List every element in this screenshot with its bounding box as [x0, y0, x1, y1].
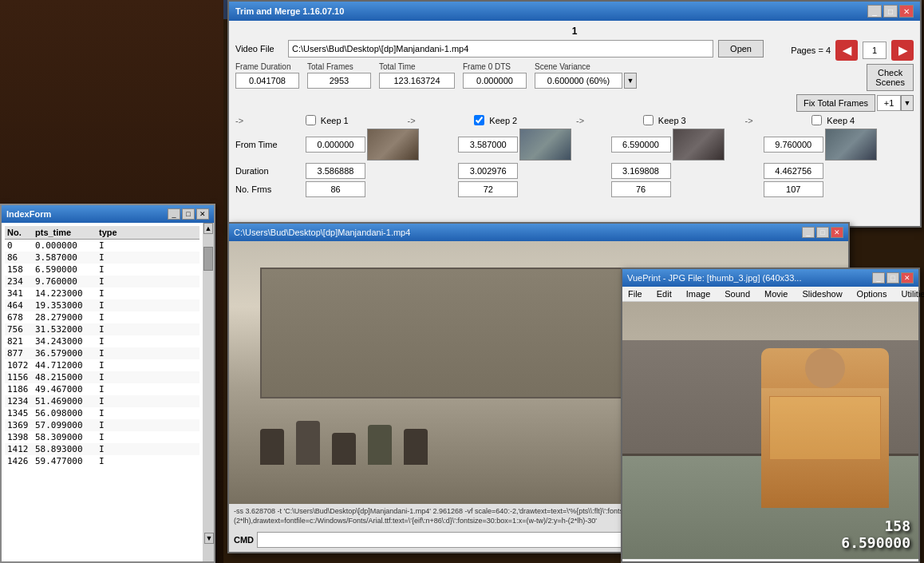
keep2-checkbox[interactable]	[474, 115, 484, 125]
section3-from-time-cell	[611, 129, 761, 161]
open-button[interactable]: Open	[718, 40, 764, 57]
fix-total-frames-button[interactable]: Fix Total Frames	[796, 94, 875, 112]
table-row[interactable]: 1186 49.467000 I	[5, 383, 199, 395]
menu-options[interactable]: Options	[855, 288, 890, 299]
arrow-1: ->	[408, 116, 416, 125]
row-type: I	[97, 348, 128, 359]
section4-duration-cell	[764, 163, 914, 179]
table-row[interactable]: 0 0.000000 I	[5, 240, 199, 252]
next-page-button[interactable]: ▶	[891, 40, 914, 61]
menu-file[interactable]: File	[626, 288, 645, 299]
close-button[interactable]: ✕	[196, 208, 209, 220]
menu-edit[interactable]: Edit	[654, 288, 674, 299]
table-row[interactable]: 1398 58.309000 I	[5, 431, 199, 443]
table-row[interactable]: 1072 44.712000 I	[5, 359, 199, 371]
video-preview-minimize[interactable]: _	[802, 227, 815, 238]
keep-section-1: Keep 1	[247, 115, 407, 125]
vueprint-minimize[interactable]: _	[872, 272, 885, 283]
frame0-dts-input[interactable]	[463, 73, 527, 89]
keep3-checkbox[interactable]	[643, 115, 654, 125]
prev-page-button[interactable]: ◀	[835, 40, 858, 61]
table-row[interactable]: 1345 56.098000 I	[5, 407, 199, 419]
row-no: 1426	[5, 456, 33, 466]
section1-nofrms[interactable]	[306, 181, 365, 197]
scroll-thumb[interactable]	[203, 247, 213, 271]
video-preview-title: C:\Users\Bud\Desktop\[dp]Manjandani-1.mp…	[234, 228, 410, 237]
section2-nofrms[interactable]	[458, 181, 518, 197]
section3-nofrms[interactable]	[611, 181, 671, 197]
table-row[interactable]: 1234 51.469000 I	[5, 395, 199, 407]
section2-duration[interactable]	[458, 163, 518, 179]
section3-from-time[interactable]	[611, 137, 671, 153]
maximize-button[interactable]: □	[182, 208, 195, 220]
row-no: 158	[5, 264, 33, 275]
plus1-input[interactable]	[877, 95, 901, 111]
vueprint-close[interactable]: ✕	[901, 272, 914, 283]
video-preview-close[interactable]: ✕	[831, 227, 843, 238]
section2-from-time[interactable]	[458, 137, 518, 153]
frame-duration-label: Frame Duration	[235, 62, 299, 71]
trim-merge-minimize[interactable]: _	[867, 5, 882, 18]
scroll-down-button[interactable]: ▼	[204, 533, 214, 544]
check-scenes-button[interactable]: Check Scenes	[867, 64, 914, 91]
figure-body	[761, 388, 889, 508]
frame0-dts-group: Frame 0 DTS	[463, 62, 527, 89]
menu-slideshow[interactable]: Slideshow	[800, 288, 844, 299]
table-row[interactable]: 341 14.223000 I	[5, 287, 199, 299]
scroll-up-button[interactable]: ▲	[203, 223, 213, 234]
menu-utilities[interactable]: Utilities	[899, 288, 925, 299]
minimize-button[interactable]: _	[168, 208, 180, 220]
plus1-dropdown[interactable]: ▼	[901, 95, 914, 111]
page-number-input[interactable]	[863, 42, 886, 59]
table-row[interactable]: 678 28.279000 I	[5, 311, 199, 323]
scrollbar[interactable]: ▲ ▼	[203, 223, 214, 561]
table-row[interactable]: 1369 57.099000 I	[5, 419, 199, 431]
section1-from-time[interactable]	[306, 137, 365, 153]
index-form-window-controls: _ □ ✕	[168, 208, 209, 220]
table-row[interactable]: 1156 48.215000 I	[5, 371, 199, 383]
keep4-checkbox[interactable]	[811, 115, 822, 125]
section1-duration[interactable]	[306, 163, 365, 179]
trim-merge-close[interactable]: ✕	[899, 5, 914, 18]
table-row[interactable]: 234 9.760000 I	[5, 276, 199, 287]
scene-variance-label: Scene Variance	[535, 62, 637, 71]
vueprint-maximize[interactable]: □	[886, 272, 899, 283]
table-row[interactable]: 756 31.532000 I	[5, 323, 199, 335]
keep4-label: Keep 4	[827, 116, 855, 125]
total-time-input[interactable]	[379, 73, 455, 89]
menu-image[interactable]: Image	[684, 288, 713, 299]
table-row[interactable]: 821 34.243000 I	[5, 335, 199, 347]
section4-from-time[interactable]	[764, 137, 823, 153]
row-no: 1412	[5, 444, 33, 454]
scene-variance-input[interactable]	[535, 73, 622, 89]
plus1-group: ▼	[877, 95, 914, 111]
video-file-input[interactable]	[288, 40, 713, 57]
menu-sound[interactable]: Sound	[722, 288, 752, 299]
table-row[interactable]: 1426 59.477000 I	[5, 455, 199, 467]
table-row[interactable]: 86 3.587000 I	[5, 252, 199, 264]
section4-duration[interactable]	[764, 163, 823, 179]
frame0-dts-label: Frame 0 DTS	[463, 62, 527, 71]
trim-merge-maximize[interactable]: □	[883, 5, 898, 18]
row-pts: 0.000000	[33, 240, 97, 251]
row-pts: 6.590000	[33, 264, 97, 275]
scene-variance-dropdown[interactable]: ▼	[624, 73, 637, 89]
table-row[interactable]: 464 19.353000 I	[5, 299, 199, 311]
total-frames-input[interactable]	[307, 73, 371, 89]
menu-movie[interactable]: Movie	[762, 288, 790, 299]
row-pts: 19.353000	[33, 300, 97, 311]
table-row[interactable]: 1412 58.893000 I	[5, 443, 199, 455]
section3-duration[interactable]	[611, 163, 671, 179]
table-row[interactable]: 158 6.590000 I	[5, 264, 199, 276]
table-row[interactable]: 877 36.579000 I	[5, 347, 199, 359]
row-type: I	[97, 372, 128, 383]
keep1-checkbox[interactable]	[306, 115, 316, 125]
frame-duration-input[interactable]	[235, 73, 299, 89]
stats-row: Frame Duration Total Frames Total Time F…	[235, 62, 764, 89]
row-no: 1072	[5, 360, 33, 371]
row-no: 1186	[5, 384, 33, 394]
video-preview-maximize[interactable]: □	[816, 227, 829, 238]
section4-from-time-cell	[764, 129, 914, 161]
section4-nofrms[interactable]	[764, 181, 823, 197]
row-no: 821	[5, 336, 33, 347]
